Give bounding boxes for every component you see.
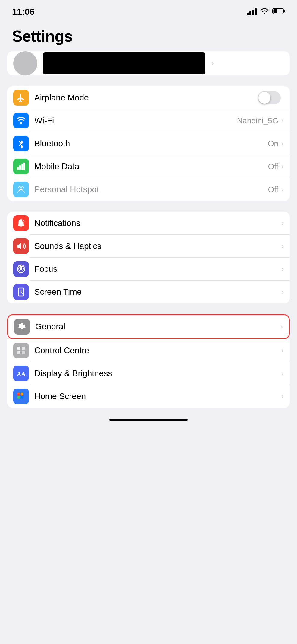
sounds-haptics-chevron: › [281,242,284,250]
home-indicator [109,419,188,421]
svg-rect-16 [22,351,25,354]
screen-time-icon [13,284,29,300]
svg-rect-23 [19,393,20,394]
wifi-row[interactable]: Wi-Fi Nandini_5G › [7,109,290,132]
control-centre-icon [13,343,29,358]
mobile-data-label: Mobile Data [34,162,268,171]
page-title: Settings [0,18,297,51]
svg-rect-4 [19,165,21,170]
battery-icon [272,8,285,16]
profile-row[interactable]: › [7,51,290,75]
personal-hotspot-chevron: › [281,185,284,194]
svg-rect-22 [17,393,19,394]
notifications-group: Notifications › Sounds & Haptics › [7,212,290,303]
home-screen-chevron: › [281,392,284,401]
svg-rect-5 [21,164,23,170]
bluetooth-value: On [268,139,278,148]
wifi-icon-row [13,113,29,128]
display-brightness-row[interactable]: AA Display & Brightness › [7,362,290,385]
display-brightness-icon: AA [13,366,29,381]
mobile-data-icon [13,159,29,174]
sounds-haptics-icon [13,238,29,254]
status-time: 11:06 [12,7,34,17]
svg-rect-3 [17,167,19,170]
display-brightness-label: Display & Brightness [34,369,281,378]
personal-hotspot-icon [13,182,29,197]
avatar [13,51,37,75]
general-label: General [35,322,280,332]
home-screen-icon [13,389,29,404]
sounds-haptics-label: Sounds & Haptics [34,241,281,251]
svg-rect-13 [17,347,20,350]
svg-rect-19 [21,393,23,395]
profile-group: › [7,51,290,75]
wifi-icon [260,8,269,16]
notifications-row[interactable]: Notifications › [7,212,290,235]
mobile-data-chevron: › [281,162,284,171]
status-bar: 11:06 [0,0,297,18]
personal-hotspot-value: Off [268,185,278,194]
signal-icon [247,8,257,15]
bluetooth-row[interactable]: Bluetooth On › [7,132,290,155]
personal-hotspot-row[interactable]: Personal Hotspot Off › [7,178,290,201]
bluetooth-label: Bluetooth [34,139,268,148]
notifications-chevron: › [281,219,284,227]
network-group: Airplane Mode Wi-Fi Nandini_5G › Bluetoo… [7,86,290,201]
svg-point-8 [20,188,22,189]
notifications-label: Notifications [34,218,281,228]
airplane-mode-toggle[interactable] [258,91,281,104]
bluetooth-chevron: › [281,139,284,148]
mobile-data-value: Off [268,162,278,171]
airplane-mode-row[interactable]: Airplane Mode [7,86,290,109]
svg-text:AA: AA [17,371,26,377]
general-row[interactable]: General › [8,315,289,338]
control-centre-row[interactable]: Control Centre › [7,339,290,362]
svg-rect-1 [284,10,285,12]
svg-rect-6 [23,163,25,170]
screen-time-chevron: › [281,288,284,296]
focus-label: Focus [34,264,281,274]
home-screen-label: Home Screen [34,392,281,401]
profile-chevron: › [211,59,214,68]
svg-rect-15 [17,351,20,354]
general-chevron: › [280,322,283,331]
bluetooth-icon [13,136,29,151]
toggle-knob [258,92,270,104]
appearance-group: Control Centre › AA Display & Brightness… [7,339,290,408]
general-highlighted-row[interactable]: General › [7,314,290,339]
svg-rect-20 [17,396,20,399]
airplane-mode-icon [13,90,29,106]
status-icons [247,8,285,16]
airplane-mode-label: Airplane Mode [34,93,258,103]
sounds-haptics-row[interactable]: Sounds & Haptics › [7,235,290,258]
wifi-value: Nandini_5G [237,116,278,125]
personal-hotspot-label: Personal Hotspot [34,185,268,194]
focus-icon [13,261,29,277]
home-screen-row[interactable]: Home Screen › [7,385,290,408]
mobile-data-row[interactable]: Mobile Data Off › [7,155,290,178]
general-icon [14,319,30,335]
screen-time-label: Screen Time [34,287,281,297]
notifications-icon [13,215,29,231]
svg-rect-14 [22,347,25,350]
focus-row[interactable]: Focus › [7,258,290,281]
screen-time-row[interactable]: Screen Time › [7,281,290,303]
wifi-label: Wi-Fi [34,116,237,125]
display-brightness-chevron: › [281,369,284,378]
control-centre-label: Control Centre [34,346,281,355]
svg-rect-21 [21,396,23,399]
profile-info-redacted [43,52,205,74]
focus-chevron: › [281,265,284,273]
control-centre-chevron: › [281,346,284,355]
svg-rect-2 [274,9,277,13]
wifi-chevron: › [281,116,284,125]
